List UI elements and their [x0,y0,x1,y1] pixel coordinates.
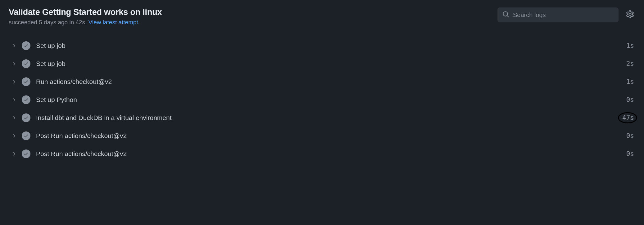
check-circle-icon [22,131,30,140]
chevron-right-icon [10,61,18,66]
check-circle-icon [22,113,30,122]
job-title: Validate Getting Started works on linux [9,7,497,17]
step-duration: 1s [626,78,634,85]
search-logs-box[interactable] [497,7,619,22]
step-duration: 0s [626,132,634,140]
step-duration: 1s [626,42,634,49]
header-text-block: Validate Getting Started works on linux … [9,7,497,26]
chevron-right-icon [10,97,18,102]
step-duration: 2s [626,60,634,67]
step-duration: 0s [626,150,634,158]
header-controls [497,7,635,22]
search-icon [502,11,513,19]
step-name: Set up job [36,42,626,49]
view-latest-attempt-link[interactable]: View latest attempt. [88,19,140,25]
step-row[interactable]: Post Run actions/checkout@v20s [9,145,635,163]
check-circle-icon [22,77,30,86]
step-row[interactable]: Set up job1s [9,37,635,55]
step-duration: 0s [626,96,634,103]
search-input[interactable] [513,11,614,19]
step-row[interactable]: Run actions/checkout@v21s [9,73,635,91]
check-circle-icon [22,149,30,158]
status-text: succeeded 5 days ago in 42s. [9,19,88,25]
step-row[interactable]: Post Run actions/checkout@v20s [9,127,635,145]
chevron-right-icon [10,79,18,84]
step-name: Post Run actions/checkout@v2 [36,132,626,140]
steps-list: Set up job1sSet up job2sRun actions/chec… [0,32,644,167]
check-circle-icon [22,59,30,68]
gear-icon [626,10,634,20]
step-name: Set up Python [36,96,626,103]
step-name: Run actions/checkout@v2 [36,78,626,85]
chevron-right-icon [10,151,18,156]
step-row[interactable]: Set up job2s [9,55,635,73]
check-circle-icon [22,41,30,50]
step-name: Set up job [36,60,626,67]
job-subtitle: succeeded 5 days ago in 42s. View latest… [9,19,497,26]
step-row[interactable]: Install dbt and DuckDB in a virtual envi… [9,109,635,127]
chevron-right-icon [10,133,18,138]
chevron-right-icon [10,43,18,48]
chevron-right-icon [10,115,18,120]
job-header: Validate Getting Started works on linux … [0,0,644,32]
step-duration: 47s [622,114,634,122]
check-circle-icon [22,95,30,104]
settings-button[interactable] [625,9,635,21]
step-name: Install dbt and DuckDB in a virtual envi… [36,114,622,122]
step-row[interactable]: Set up Python0s [9,91,635,109]
step-name: Post Run actions/checkout@v2 [36,150,626,158]
